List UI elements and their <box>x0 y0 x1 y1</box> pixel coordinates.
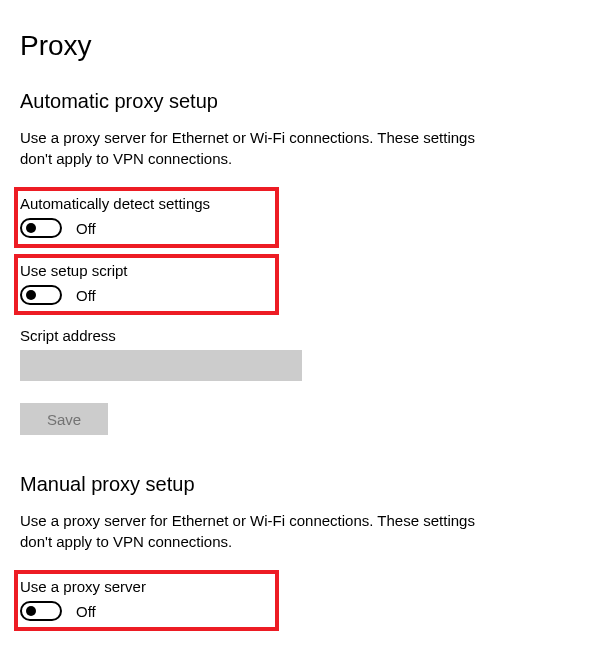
use-proxy-label: Use a proxy server <box>20 578 273 595</box>
script-address-label: Script address <box>20 327 587 344</box>
use-proxy-state: Off <box>76 603 96 620</box>
auto-detect-toggle-row: Off <box>20 218 273 238</box>
use-script-toggle-block: Use setup script Off <box>14 254 279 315</box>
automatic-description: Use a proxy server for Ethernet or Wi-Fi… <box>20 127 480 169</box>
auto-detect-toggle[interactable] <box>20 218 62 238</box>
use-proxy-toggle[interactable] <box>20 601 62 621</box>
script-address-input[interactable] <box>20 350 302 381</box>
auto-detect-toggle-block: Automatically detect settings Off <box>14 187 279 248</box>
manual-description: Use a proxy server for Ethernet or Wi-Fi… <box>20 510 480 552</box>
use-script-state: Off <box>76 287 96 304</box>
automatic-section-title: Automatic proxy setup <box>20 90 587 113</box>
use-script-toggle[interactable] <box>20 285 62 305</box>
auto-detect-state: Off <box>76 220 96 237</box>
use-proxy-toggle-row: Off <box>20 601 273 621</box>
manual-section-title: Manual proxy setup <box>20 473 587 496</box>
page-title: Proxy <box>20 30 587 62</box>
use-script-label: Use setup script <box>20 262 273 279</box>
save-button[interactable]: Save <box>20 403 108 435</box>
auto-detect-label: Automatically detect settings <box>20 195 273 212</box>
use-script-toggle-row: Off <box>20 285 273 305</box>
use-proxy-toggle-block: Use a proxy server Off <box>14 570 279 631</box>
